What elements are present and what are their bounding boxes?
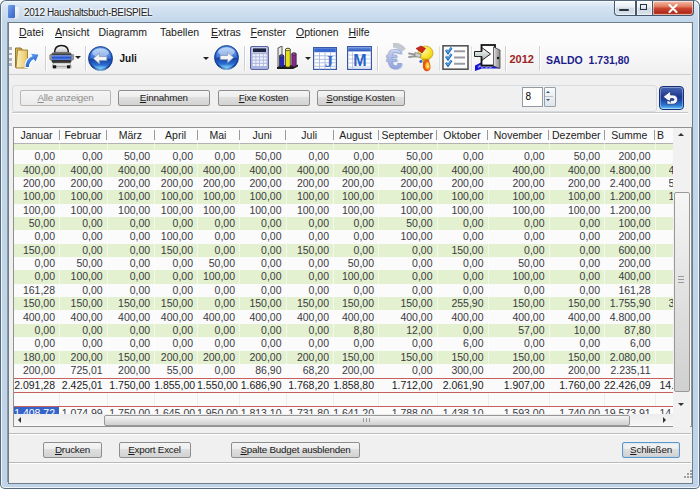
svg-text:€: € [386, 43, 402, 73]
svg-text:M: M [353, 52, 366, 69]
svg-text:J: J [324, 52, 333, 70]
